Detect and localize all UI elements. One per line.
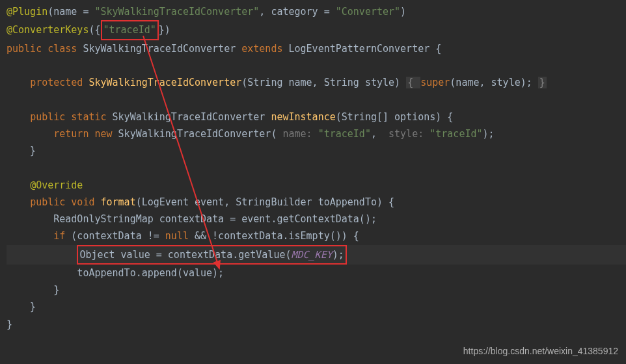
code-line-blank bbox=[7, 91, 626, 108]
code-line-15-highlighted: Object value = contextData.getValue(MDC_… bbox=[7, 245, 626, 265]
string-literal: "SkyWalkingTraceIdConverter" bbox=[94, 6, 259, 18]
code-line-2: @ConverterKeys({"traceId"}) bbox=[7, 20, 626, 40]
code-line-9: } bbox=[7, 142, 626, 159]
annotation-plugin: @Plugin bbox=[7, 6, 48, 18]
code-line-3: public class SkyWalkingTraceIdConverter … bbox=[7, 40, 626, 57]
code-line-14: if (contextData != null && !contextData.… bbox=[7, 228, 626, 244]
code-line-blank bbox=[7, 159, 626, 176]
code-line-7: public static SkyWalkingTraceIdConverter… bbox=[7, 109, 626, 125]
param-hint: name: bbox=[282, 128, 318, 140]
code-line-5: protected SkyWalkingTraceIdConverter(Str… bbox=[7, 74, 626, 91]
code-line-13: ReadOnlyStringMap contextData = event.ge… bbox=[7, 211, 626, 228]
code-editor[interactable]: @Plugin(name = "SkyWalkingTraceIdConvert… bbox=[7, 3, 626, 333]
string-literal: "Converter" bbox=[336, 6, 400, 18]
highlight-box-traceid: "traceId" bbox=[101, 20, 159, 40]
code-line-1: @Plugin(name = "SkyWalkingTraceIdConvert… bbox=[7, 3, 626, 20]
code-line-blank bbox=[7, 57, 626, 74]
code-line-12: public void format(LogEvent event, Strin… bbox=[7, 194, 626, 211]
code-line-8: return new SkyWalkingTraceIdConverter( n… bbox=[7, 125, 626, 142]
code-line-19: } bbox=[7, 316, 626, 333]
watermark: https://blog.csdn.net/weixin_41385912 bbox=[463, 343, 618, 359]
code-line-17: } bbox=[7, 281, 626, 298]
param-hint: style: bbox=[388, 128, 429, 140]
code-line-16: toAppendTo.append(value); bbox=[7, 265, 626, 281]
annotation-converterkeys: @ConverterKeys bbox=[7, 24, 88, 36]
code-line-18: } bbox=[7, 298, 626, 315]
annotation-override: @Override bbox=[30, 179, 83, 191]
code-line-11: @Override bbox=[7, 177, 626, 194]
highlight-box-getvalue: Object value = contextData.getValue(MDC_… bbox=[77, 245, 346, 265]
constant-mdc-key: MDC_KEY bbox=[291, 249, 332, 261]
